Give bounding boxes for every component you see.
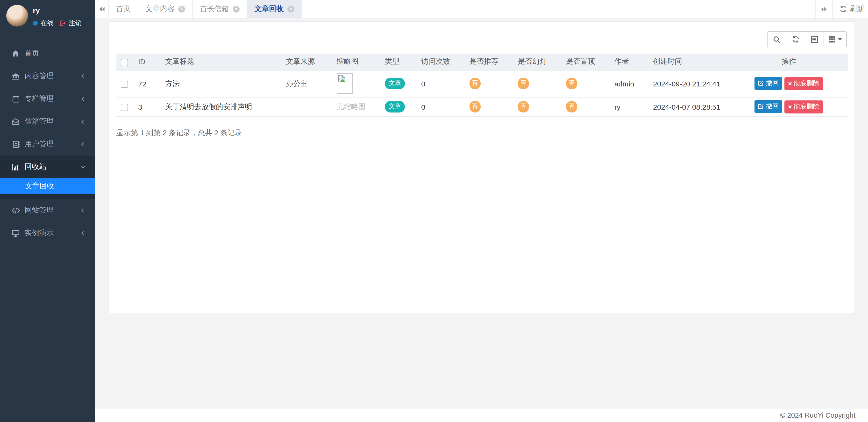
list-view-icon xyxy=(810,35,818,43)
cell-author: admin xyxy=(609,70,648,97)
cell-visits: 0 xyxy=(416,70,464,97)
table-toolbar xyxy=(768,31,847,47)
slideshow-badge: 否 xyxy=(518,101,529,112)
detail-view-button[interactable] xyxy=(805,31,824,47)
x-icon: × xyxy=(788,80,792,87)
columns-dropdown-button[interactable] xyxy=(824,31,847,47)
logout-link[interactable]: 注销 xyxy=(59,19,82,28)
col-type: 类型 xyxy=(380,54,416,70)
sidebar-item-mailbox-mgmt[interactable]: 信箱管理 xyxy=(0,110,95,133)
sidebar-section-recycle: 回收站 文章回收 xyxy=(0,156,95,199)
recall-button[interactable]: 撤回 xyxy=(755,77,782,90)
refresh-icon xyxy=(839,5,847,12)
edit-icon xyxy=(758,103,765,109)
col-actions: 操作 xyxy=(730,54,848,70)
online-status-link[interactable]: 在线 xyxy=(40,19,54,28)
chevron-left-icon xyxy=(80,207,86,214)
search-icon xyxy=(773,35,781,43)
cell-title: 方法 xyxy=(160,70,281,97)
sidebar-item-demo[interactable]: 实例演示 xyxy=(0,222,95,244)
sidebar-subitem-article-recycle[interactable]: 文章回收 xyxy=(0,178,95,194)
sidebar-item-recycle-bin[interactable]: 回收站 xyxy=(0,156,95,178)
caret-down-icon xyxy=(838,38,842,40)
calendar-icon xyxy=(11,95,20,103)
main-area: 首页 文章内容 ✕ 首长信箱 ✕ 文章回收 ✕ xyxy=(95,0,868,422)
desktop-icon xyxy=(11,229,20,237)
delete-forever-button[interactable]: × 彻底删除 xyxy=(785,101,823,114)
sidebar-item-content-mgmt[interactable]: 内容管理 xyxy=(0,65,95,87)
tab-home[interactable]: 首页 xyxy=(109,0,138,18)
sidebar-item-column-mgmt[interactable]: 专栏管理 xyxy=(0,87,95,110)
chevron-left-icon xyxy=(80,95,86,102)
cell-author: ry xyxy=(609,97,648,117)
sidebar-item-website-mgmt[interactable]: 网站管理 xyxy=(0,199,95,222)
avatar[interactable] xyxy=(6,5,28,27)
tab-bar: 首页 文章内容 ✕ 首长信箱 ✕ 文章回收 ✕ xyxy=(95,0,868,18)
tabs-scroll-left-button[interactable] xyxy=(95,0,109,18)
recommend-badge: 否 xyxy=(469,78,480,89)
type-badge: 文章 xyxy=(385,78,405,89)
table-row[interactable]: 3 关于清明去放假的安排声明 无缩略图 文章 0 否 否 否 ry 2024-0… xyxy=(116,97,848,117)
content-panel: ID 文章标题 文章来源 缩略图 类型 访问次数 是否推荐 是否幻灯 是否置顶 … xyxy=(109,21,855,313)
cell-source xyxy=(281,97,331,117)
search-button[interactable] xyxy=(767,31,786,47)
x-icon: × xyxy=(788,104,792,110)
edit-icon xyxy=(758,80,765,86)
col-thumbnail: 缩略图 xyxy=(331,54,380,70)
cell-visits: 0 xyxy=(416,97,464,117)
chevron-down-icon xyxy=(80,163,86,170)
cell-id: 72 xyxy=(133,70,160,97)
grid-icon xyxy=(828,36,836,43)
sidebar-item-user-mgmt[interactable]: 用户管理 xyxy=(0,133,95,156)
col-recommend: 是否推荐 xyxy=(464,54,513,70)
close-icon[interactable]: ✕ xyxy=(287,5,294,12)
cell-title: 关于清明去放假的安排声明 xyxy=(160,97,281,117)
delete-forever-button[interactable]: × 彻底删除 xyxy=(785,77,823,91)
university-icon xyxy=(11,72,20,80)
address-book-icon xyxy=(11,140,20,148)
tab-article-content[interactable]: 文章内容 ✕ xyxy=(138,0,193,18)
no-thumbnail-text: 无缩略图 xyxy=(337,102,366,110)
articles-table: ID 文章标题 文章来源 缩略图 类型 访问次数 是否推荐 是否幻灯 是否置顶 … xyxy=(116,54,848,117)
col-visits: 访问次数 xyxy=(416,54,464,70)
tabs-scroll-right-button[interactable] xyxy=(815,0,833,18)
col-source: 文章来源 xyxy=(281,54,331,70)
slideshow-badge: 否 xyxy=(518,78,529,89)
pagination-status: 显示第 1 到第 2 条记录，总共 2 条记录 xyxy=(116,128,242,138)
chevron-left-icon xyxy=(80,73,86,79)
col-slideshow: 是否幻灯 xyxy=(513,54,561,70)
recall-button[interactable]: 撤回 xyxy=(755,100,782,113)
select-all-checkbox[interactable] xyxy=(121,59,128,66)
tab-article-recycle[interactable]: 文章回收 ✕ xyxy=(247,0,302,18)
col-created: 创建时间 xyxy=(648,54,730,70)
tab-chief-mailbox[interactable]: 首长信箱 ✕ xyxy=(193,0,247,18)
chevron-left-icon xyxy=(80,141,86,148)
close-icon[interactable]: ✕ xyxy=(233,5,240,12)
copyright-text: © 2024 RuoYi Copyright xyxy=(780,411,856,419)
cell-created: 2024-09-20 21:24:41 xyxy=(648,70,730,97)
type-badge: 文章 xyxy=(385,101,405,112)
sidebar-nav: 首页 内容管理 专栏管理 xyxy=(0,42,95,244)
envelope-open-icon xyxy=(11,118,20,125)
refresh-tab-button[interactable]: 刷新 xyxy=(833,0,868,18)
col-title: 文章标题 xyxy=(160,54,281,70)
table-header-row: ID 文章标题 文章来源 缩略图 类型 访问次数 是否推荐 是否幻灯 是否置顶 … xyxy=(116,54,848,70)
col-author: 作者 xyxy=(609,54,648,70)
bar-chart-icon xyxy=(11,163,20,171)
table-row[interactable]: 72 方法 办公室 文章 0 否 否 xyxy=(116,70,848,97)
cell-created: 2024-04-07 08:28:51 xyxy=(648,97,730,117)
logout-icon xyxy=(59,20,66,27)
cell-id: 3 xyxy=(133,97,160,117)
close-icon[interactable]: ✕ xyxy=(178,5,185,12)
footer: © 2024 RuoYi Copyright xyxy=(95,408,868,422)
sidebar: ry 在线 注销 首页 xyxy=(0,0,95,422)
row-checkbox[interactable] xyxy=(121,104,128,111)
online-dot-icon xyxy=(33,21,38,26)
home-icon xyxy=(11,50,20,57)
cell-source: 办公室 xyxy=(281,70,331,97)
thumbnail-broken-image xyxy=(337,73,352,94)
sidebar-item-home[interactable]: 首页 xyxy=(0,42,95,65)
row-checkbox[interactable] xyxy=(121,80,128,88)
chevron-left-icon xyxy=(80,118,86,125)
refresh-table-button[interactable] xyxy=(786,31,805,47)
